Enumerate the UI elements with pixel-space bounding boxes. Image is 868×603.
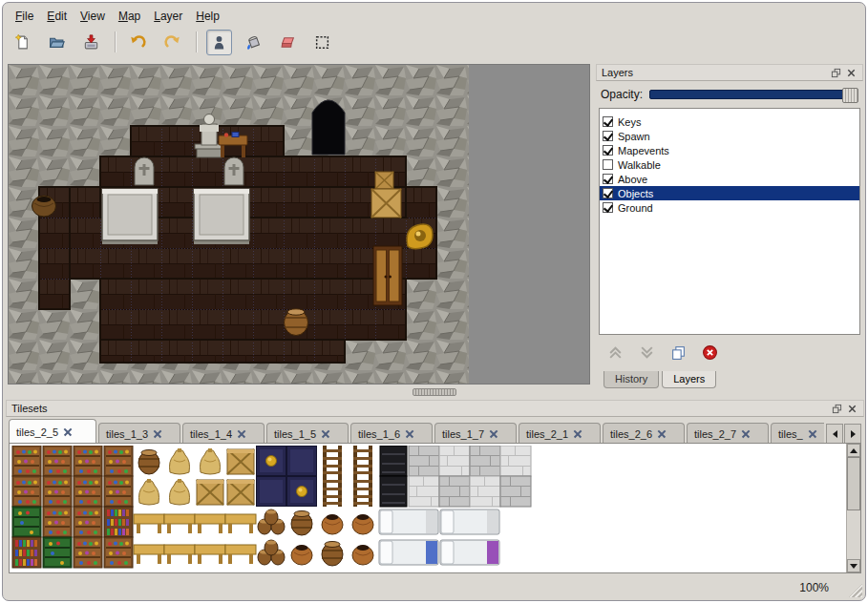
zoom-level: 100% [799, 581, 829, 594]
close-icon[interactable] [658, 430, 666, 438]
menu-file[interactable]: File [9, 8, 40, 25]
menu-map[interactable]: Map [112, 8, 147, 25]
new-file-icon [14, 34, 31, 51]
close-icon[interactable] [154, 430, 161, 438]
layer-visibility-checkbox[interactable] [603, 159, 613, 170]
opacity-slider[interactable] [649, 90, 858, 99]
close-icon[interactable] [742, 430, 750, 438]
statusbar: 100% [3, 575, 865, 600]
layer-name: Walkable [618, 159, 661, 171]
tileset-tab[interactable]: tiles_2_1 [519, 423, 601, 444]
app-window: File Edit View Map Layer Help [2, 2, 866, 601]
scrollbar-thumb[interactable] [847, 457, 860, 510]
layer-row[interactable]: Above [600, 172, 859, 186]
object-tool-button[interactable] [206, 30, 232, 55]
resize-grip[interactable] [849, 584, 862, 597]
tileset-tab[interactable]: tiles_2_7 [687, 423, 769, 444]
close-icon[interactable] [574, 430, 582, 438]
opacity-slider-handle[interactable] [842, 88, 858, 103]
undo-button[interactable] [125, 30, 151, 55]
tileset-tab-label: tiles_1_5 [274, 428, 316, 440]
layer-row[interactable]: Mapevents [600, 143, 859, 157]
layer-visibility-checkbox[interactable] [603, 188, 613, 198]
layers-panel: Layers Opacity: Keys S [596, 64, 863, 388]
redo-button[interactable] [159, 30, 185, 55]
layer-visibility-checkbox[interactable] [603, 202, 613, 213]
layer-name: Keys [618, 116, 641, 128]
toolbar-separator [196, 31, 198, 52]
toolbar-separator [115, 31, 116, 52]
delete-layer-button[interactable] [700, 343, 719, 362]
move-layer-up-button[interactable] [605, 343, 625, 362]
open-map-button[interactable] [44, 30, 70, 55]
tileset-vertical-scrollbar[interactable] [846, 444, 860, 572]
menu-layer-label: Layer [154, 10, 182, 23]
tileset-picker[interactable] [9, 443, 861, 573]
layer-row[interactable]: Objects [600, 186, 859, 200]
menu-view-label: View [80, 10, 105, 23]
copy-icon [670, 344, 687, 361]
close-icon[interactable] [845, 67, 857, 79]
tileset-tab-label: tiles_1_4 [190, 428, 232, 440]
layer-row[interactable]: Keys [600, 114, 859, 129]
close-icon[interactable] [238, 430, 245, 438]
tileset-tab[interactable]: tiles_ [771, 423, 824, 444]
float-icon[interactable] [830, 67, 842, 79]
layer-row[interactable]: Walkable [600, 157, 859, 172]
float-icon[interactable] [831, 403, 843, 415]
layer-visibility-checkbox[interactable] [603, 116, 613, 127]
close-icon[interactable] [490, 430, 498, 438]
tileset-tab-label: tiles_2_7 [694, 428, 736, 440]
close-icon[interactable] [809, 430, 816, 438]
close-icon[interactable] [846, 403, 858, 415]
menu-edit[interactable]: Edit [40, 8, 74, 25]
arrow-up-icon[interactable] [847, 444, 860, 457]
tileset-tab[interactable]: tiles_1_7 [434, 423, 517, 444]
fill-tool-button[interactable] [241, 30, 266, 55]
tileset-tab[interactable]: tiles_1_4 [182, 423, 265, 444]
tileset-tab[interactable]: tiles_2_5 [9, 419, 96, 444]
tileset-tab[interactable]: tiles_1_5 [266, 423, 349, 444]
scroll-right-icon[interactable] [844, 424, 861, 444]
tileset-tab[interactable]: tiles_1_3 [98, 423, 180, 444]
eraser-icon [280, 34, 296, 51]
paint-bucket-icon [245, 34, 262, 51]
eraser-tool-button[interactable] [275, 30, 301, 55]
menu-view[interactable]: View [74, 8, 112, 25]
tileset-tab[interactable]: tiles_2_6 [603, 423, 685, 444]
new-map-button[interactable] [10, 30, 35, 55]
splitter-grip[interactable] [413, 388, 456, 396]
delete-circle-icon [702, 344, 718, 361]
layer-row[interactable]: Spawn [600, 129, 859, 143]
layer-actions [605, 343, 719, 362]
layer-visibility-checkbox[interactable] [603, 174, 613, 184]
layer-name: Above [618, 174, 647, 185]
duplicate-layer-button[interactable] [668, 343, 688, 362]
move-layer-down-button[interactable] [637, 343, 656, 362]
horizontal-splitter[interactable] [8, 386, 860, 398]
menu-help[interactable]: Help [189, 8, 226, 25]
tilesets-panel: Tilesets tiles_2_5 tiles_1_3 tiles_1_4 [6, 400, 864, 575]
tab-scroll-buttons [825, 424, 861, 444]
scroll-left-icon[interactable] [826, 424, 843, 444]
tileset-tab[interactable]: tiles_1_6 [350, 423, 433, 444]
tileset-tab-label: tiles_2_6 [610, 428, 652, 440]
select-tool-button[interactable] [309, 30, 335, 55]
tileset-tab-label: tiles_1_7 [442, 428, 484, 440]
tab-layers-label: Layers [673, 373, 705, 385]
map-canvas[interactable] [8, 64, 590, 385]
tileset-tab-label: tiles_1_3 [106, 428, 148, 440]
layer-visibility-checkbox[interactable] [603, 131, 613, 141]
close-icon[interactable] [64, 428, 72, 436]
tileset-tab-label: tiles_ [778, 428, 803, 440]
layer-visibility-checkbox[interactable] [603, 145, 613, 156]
tileset-tab-label: tiles_2_1 [526, 428, 568, 440]
close-icon[interactable] [406, 430, 413, 438]
close-icon[interactable] [322, 430, 329, 438]
layer-row[interactable]: Ground [600, 200, 859, 215]
layer-name: Objects [618, 188, 653, 199]
tab-history-label: History [615, 373, 647, 385]
arrow-down-icon[interactable] [847, 559, 860, 572]
save-map-button[interactable] [78, 30, 104, 55]
menu-layer[interactable]: Layer [147, 8, 189, 25]
